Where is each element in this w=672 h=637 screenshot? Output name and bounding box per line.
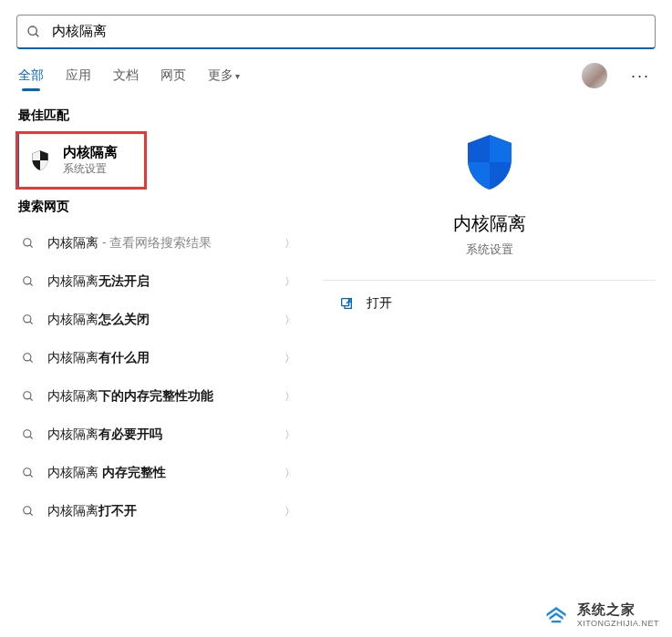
svg-line-3 bbox=[30, 245, 33, 248]
open-label: 打开 bbox=[367, 295, 392, 312]
svg-point-8 bbox=[24, 354, 31, 361]
web-result-item[interactable]: 内核隔离 内存完整性 〉 bbox=[16, 454, 310, 492]
web-result-text: 内核隔离 内存完整性 bbox=[47, 465, 284, 481]
chevron-right-icon: 〉 bbox=[284, 389, 295, 405]
chevron-right-icon: 〉 bbox=[284, 351, 295, 366]
watermark: 系统之家 XITONGZHIJIA.NET bbox=[543, 601, 659, 628]
chevron-right-icon: 〉 bbox=[284, 236, 295, 252]
watermark-logo-icon bbox=[543, 603, 570, 627]
svg-point-2 bbox=[24, 239, 31, 246]
web-result-text: 内核隔离下的内存完整性功能 bbox=[47, 388, 284, 405]
svg-point-14 bbox=[24, 468, 31, 476]
search-icon bbox=[22, 351, 36, 365]
svg-line-1 bbox=[36, 34, 38, 36]
search-icon bbox=[22, 504, 36, 519]
svg-line-15 bbox=[30, 475, 33, 478]
best-match-item[interactable]: 内核隔离 系统设置 bbox=[16, 133, 310, 188]
preview-panel: 内核隔离 系统设置 打开 bbox=[323, 108, 656, 530]
chevron-right-icon: 〉 bbox=[284, 274, 295, 290]
preview-subtitle: 系统设置 bbox=[466, 241, 513, 258]
watermark-cn: 系统之家 bbox=[577, 601, 659, 619]
chevron-right-icon: 〉 bbox=[284, 466, 295, 481]
svg-line-9 bbox=[30, 360, 33, 363]
search-icon bbox=[22, 236, 36, 251]
watermark-en: XITONGZHIJIA.NET bbox=[577, 619, 659, 628]
svg-point-12 bbox=[24, 430, 31, 437]
svg-rect-19 bbox=[551, 621, 561, 622]
search-icon bbox=[22, 274, 36, 289]
svg-line-13 bbox=[30, 437, 33, 439]
tab-all[interactable]: 全部 bbox=[16, 62, 46, 89]
search-bar[interactable] bbox=[16, 15, 656, 49]
search-input[interactable] bbox=[52, 24, 646, 39]
section-search-web: 搜索网页 bbox=[18, 199, 310, 215]
web-result-item[interactable]: 内核隔离无法开启 〉 bbox=[16, 262, 310, 301]
svg-line-11 bbox=[30, 398, 33, 401]
web-result-text: 内核隔离 - 查看网络搜索结果 bbox=[47, 235, 284, 252]
web-result-text: 内核隔离打不开 bbox=[47, 503, 284, 519]
more-options-button[interactable]: ··· bbox=[625, 67, 656, 86]
results-panel: 最佳匹配 内核隔离 系统设置 搜索网页 内核隔离 - 查看网络搜索结果 〉 内核… bbox=[0, 100, 310, 530]
web-result-item[interactable]: 内核隔离怎么关闭 〉 bbox=[16, 301, 310, 339]
svg-point-0 bbox=[28, 26, 36, 35]
web-result-item[interactable]: 内核隔离有什么用 〉 bbox=[16, 339, 310, 377]
tab-web[interactable]: 网页 bbox=[159, 62, 188, 89]
svg-line-17 bbox=[30, 513, 33, 516]
tab-apps[interactable]: 应用 bbox=[64, 62, 93, 89]
search-icon bbox=[26, 24, 43, 40]
tab-more[interactable]: 更多▾ bbox=[206, 62, 242, 89]
open-icon bbox=[339, 296, 354, 311]
web-result-item[interactable]: 内核隔离 - 查看网络搜索结果 〉 bbox=[16, 224, 310, 262]
web-result-item[interactable]: 内核隔离下的内存完整性功能 〉 bbox=[16, 377, 310, 416]
best-match-title: 内核隔离 bbox=[63, 144, 118, 161]
web-result-text: 内核隔离怎么关闭 bbox=[47, 312, 284, 328]
svg-line-7 bbox=[30, 322, 33, 324]
chevron-right-icon: 〉 bbox=[284, 427, 295, 443]
best-match-subtitle: 系统设置 bbox=[63, 161, 118, 177]
chevron-right-icon: 〉 bbox=[284, 504, 295, 519]
tabs-row: 全部 应用 文档 网页 更多▾ ··· bbox=[16, 62, 656, 89]
preview-title: 内核隔离 bbox=[453, 211, 526, 236]
web-result-text: 内核隔离无法开启 bbox=[47, 273, 284, 290]
search-icon bbox=[22, 389, 36, 404]
svg-point-4 bbox=[24, 277, 31, 284]
tab-docs[interactable]: 文档 bbox=[111, 62, 140, 89]
svg-point-6 bbox=[24, 315, 31, 323]
search-icon bbox=[22, 313, 36, 327]
web-result-text: 内核隔离有什么用 bbox=[47, 350, 284, 366]
web-result-item[interactable]: 内核隔离有必要开吗 〉 bbox=[16, 416, 310, 454]
shield-icon bbox=[457, 129, 522, 195]
shield-icon bbox=[28, 149, 52, 172]
divider bbox=[323, 280, 656, 281]
svg-point-10 bbox=[24, 392, 31, 399]
open-button[interactable]: 打开 bbox=[323, 284, 656, 323]
avatar[interactable] bbox=[582, 63, 607, 88]
web-result-text: 内核隔离有必要开吗 bbox=[47, 426, 284, 443]
chevron-right-icon: 〉 bbox=[284, 313, 295, 328]
section-best-match: 最佳匹配 bbox=[18, 108, 310, 124]
web-result-item[interactable]: 内核隔离打不开 〉 bbox=[16, 492, 310, 530]
svg-line-5 bbox=[30, 283, 33, 286]
chevron-down-icon: ▾ bbox=[235, 71, 240, 81]
search-icon bbox=[22, 427, 36, 442]
search-icon bbox=[22, 466, 36, 480]
svg-point-16 bbox=[24, 507, 31, 514]
